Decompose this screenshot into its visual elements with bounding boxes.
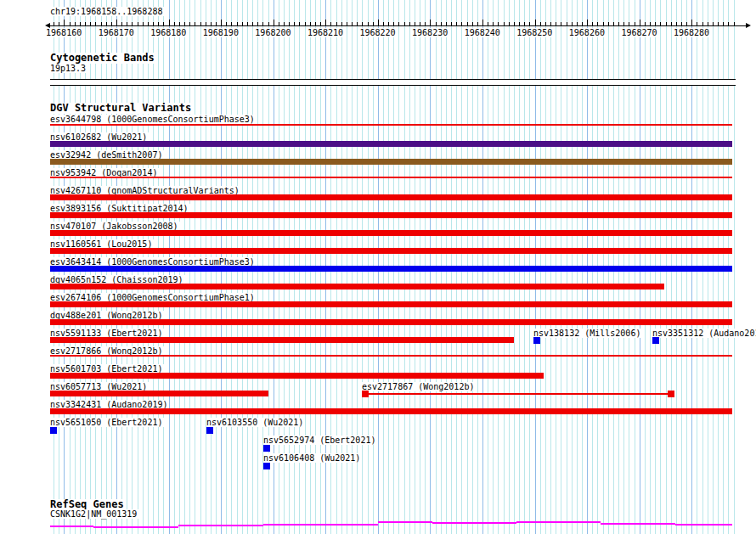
ruler-tick — [498, 22, 499, 25]
cytoband-label[interactable]: 19p13.3 — [50, 64, 87, 73]
variant-thin-line[interactable] — [50, 124, 732, 126]
variant-point-square[interactable] — [652, 337, 659, 344]
ruler-tick — [211, 22, 212, 25]
variant-range-line[interactable] — [369, 393, 668, 395]
variant-label[interactable]: esv2717867 (Wong2012b) — [362, 382, 476, 391]
variant-bar[interactable] — [50, 248, 732, 254]
variant-point-square[interactable] — [50, 427, 57, 434]
ruler-tick — [64, 20, 65, 25]
ruler-tick — [509, 22, 510, 25]
variant-point-square[interactable] — [263, 463, 270, 469]
ruler-tick — [681, 22, 682, 25]
ruler-tick — [524, 22, 525, 25]
ruler-tick — [713, 22, 714, 25]
variant-bar[interactable] — [50, 230, 732, 236]
ruler-tick — [545, 22, 546, 25]
ruler-tick — [441, 22, 442, 25]
ruler-tick — [561, 22, 561, 25]
variant-bar[interactable] — [50, 408, 732, 414]
variant-bar[interactable] — [50, 266, 732, 272]
gene-line-segment[interactable] — [50, 526, 93, 527]
ruler-tick — [158, 22, 159, 25]
gene-name-label[interactable]: CSNK1G2|NM_001319 — [50, 509, 138, 519]
ruler-tick — [153, 22, 154, 25]
variant-bar[interactable] — [50, 141, 732, 147]
variant-bar[interactable] — [50, 284, 664, 289]
ruler-tick — [734, 22, 735, 25]
section-header-cytogenetic-bands: Cytogenetic Bands — [50, 53, 156, 64]
variant-point-square[interactable] — [206, 427, 213, 434]
variant-point-square[interactable] — [533, 337, 540, 344]
ruler-tick — [635, 22, 635, 25]
variant-label[interactable]: esv3644798 (1000GenomesConsortiumPhase3) — [50, 115, 257, 124]
ruler-tick — [493, 22, 494, 25]
ruler-tick — [237, 22, 238, 25]
ruler-tick — [284, 22, 285, 25]
variant-bar[interactable] — [50, 301, 732, 307]
gene-line-segment[interactable] — [432, 522, 516, 524]
genome-browser-view: chr19:1968158..1968288 19681601968170196… — [0, 0, 756, 534]
ruler-tick — [106, 22, 107, 25]
variant-range-endpoint[interactable] — [362, 391, 369, 397]
ruler-tick — [451, 22, 452, 25]
gene-line-segment[interactable] — [93, 526, 178, 528]
ruler-tick — [373, 22, 374, 25]
variant-bar[interactable] — [50, 212, 732, 218]
variant-label[interactable]: nsv3351312 (Audano2019) — [652, 329, 756, 338]
ruler-tick — [393, 22, 394, 25]
variant-bar[interactable] — [50, 391, 268, 396]
ruler-tick — [70, 22, 71, 25]
variant-bar[interactable] — [50, 319, 732, 325]
variant-bar[interactable] — [50, 159, 732, 165]
ruler-tick — [671, 22, 672, 25]
variant-bar[interactable] — [50, 337, 514, 343]
variant-label[interactable]: nsv6103550 (Wu2021) — [206, 418, 305, 427]
ruler-tick — [676, 22, 677, 25]
ruler-tick — [456, 22, 457, 25]
gene-line-segment[interactable] — [263, 524, 378, 526]
ruler-tick — [702, 22, 703, 25]
variant-label[interactable]: nsv6106408 (Wu2021) — [263, 453, 362, 463]
ruler-tick-label: 1968240 — [464, 28, 501, 37]
variant-range-endpoint[interactable] — [668, 391, 674, 397]
variant-point-square[interactable] — [263, 445, 270, 452]
ruler-tick — [305, 22, 306, 25]
ruler-tick — [572, 22, 573, 25]
variant-thin-line[interactable] — [50, 355, 732, 357]
variant-label[interactable]: nsv138132 (Mills2006) — [533, 329, 642, 338]
ruler-tick — [111, 22, 112, 25]
ruler-tick — [556, 22, 556, 25]
ruler-tick-label: 1968250 — [516, 28, 553, 37]
variant-label[interactable]: nsv5651050 (Ebert2021) — [50, 418, 164, 427]
ruler-tick — [567, 22, 567, 25]
ruler-tick — [398, 22, 399, 25]
ruler-tick — [138, 22, 138, 25]
gene-line-segment[interactable] — [516, 521, 601, 523]
ruler-tick — [613, 22, 614, 25]
ruler-tick — [226, 22, 227, 25]
ruler-tick — [127, 22, 127, 25]
ruler-tick — [488, 22, 488, 25]
ruler-tick — [655, 22, 656, 25]
variant-bar[interactable] — [50, 194, 732, 200]
gene-line-segment[interactable] — [675, 524, 732, 526]
ruler-tick — [603, 22, 604, 25]
ruler-tick — [482, 20, 483, 25]
ruler-tick-label: 1968160 — [45, 28, 82, 37]
ruler-tick-label: 1968180 — [150, 28, 187, 37]
gene-line-segment[interactable] — [601, 523, 675, 525]
gene-line-segment[interactable] — [378, 521, 432, 523]
ruler-tick — [80, 22, 81, 25]
ruler-tick — [514, 22, 515, 25]
ruler-tick — [262, 22, 263, 25]
cytoband-rect[interactable] — [50, 79, 736, 86]
variant-label[interactable]: nsv5652974 (Ebert2021) — [263, 436, 377, 445]
variant-thin-line[interactable] — [50, 177, 732, 178]
ruler-tick — [116, 20, 117, 25]
variant-bar[interactable] — [50, 373, 544, 379]
ruler-tick — [101, 22, 102, 25]
gene-line-segment[interactable] — [178, 525, 263, 526]
ruler-tick — [577, 22, 578, 25]
ruler-tick — [550, 22, 551, 25]
ruler-tick — [336, 22, 337, 25]
